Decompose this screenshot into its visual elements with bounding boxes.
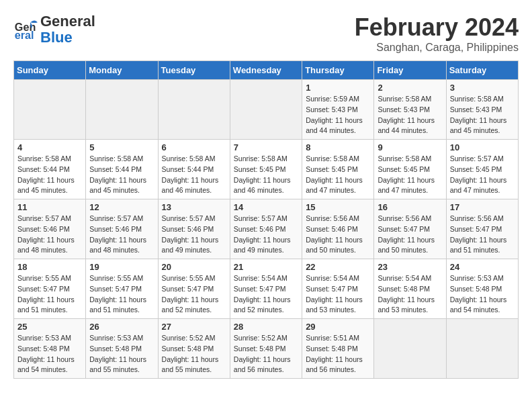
day-info: Sunrise: 5:58 AMSunset: 5:44 PMDaylight:… [162,154,226,196]
day-number: 26 [89,322,154,332]
calendar-cell: 17Sunrise: 5:56 AMSunset: 5:47 PMDayligh… [446,199,518,259]
calendar-cell: 22Sunrise: 5:54 AMSunset: 5:47 PMDayligh… [302,259,374,319]
sub-title: Sanghan, Caraga, Philippines [355,42,519,54]
header: Gen eral GeneralBlue February 2024 Sangh… [13,13,519,54]
day-info: Sunrise: 5:53 AMSunset: 5:48 PMDaylight:… [450,273,515,316]
day-number: 8 [306,142,370,152]
day-info: Sunrise: 5:58 AMSunset: 5:44 PMDaylight:… [89,154,154,196]
day-info: Sunrise: 5:54 AMSunset: 5:47 PMDaylight:… [234,273,298,316]
day-header-friday: Friday [374,61,446,80]
day-info: Sunrise: 5:57 AMSunset: 5:46 PMDaylight:… [89,214,154,256]
calendar-cell [230,80,302,140]
day-info: Sunrise: 5:52 AMSunset: 5:48 PMDaylight:… [162,333,226,375]
day-info: Sunrise: 5:58 AMSunset: 5:44 PMDaylight:… [17,154,82,196]
day-info: Sunrise: 5:58 AMSunset: 5:45 PMDaylight:… [306,154,370,196]
day-info: Sunrise: 5:59 AMSunset: 5:43 PMDaylight:… [306,94,370,136]
day-info: Sunrise: 5:54 AMSunset: 5:48 PMDaylight:… [378,273,442,316]
calendar-cell: 12Sunrise: 5:57 AMSunset: 5:46 PMDayligh… [86,199,158,259]
calendar-cell [446,319,518,379]
calendar-cell: 2Sunrise: 5:58 AMSunset: 5:43 PMDaylight… [374,80,446,140]
day-info: Sunrise: 5:52 AMSunset: 5:48 PMDaylight:… [234,333,298,375]
day-number: 20 [162,262,226,272]
week-row-4: 18Sunrise: 5:55 AMSunset: 5:47 PMDayligh… [14,259,519,319]
day-info: Sunrise: 5:57 AMSunset: 5:46 PMDaylight:… [17,214,82,256]
day-number: 28 [234,322,298,332]
calendar-cell: 9Sunrise: 5:58 AMSunset: 5:45 PMDaylight… [374,140,446,199]
calendar-cell: 28Sunrise: 5:52 AMSunset: 5:48 PMDayligh… [230,319,302,379]
calendar-cell: 1Sunrise: 5:59 AMSunset: 5:43 PMDaylight… [302,80,374,140]
day-header-sunday: Sunday [14,61,86,80]
calendar-table: SundayMondayTuesdayWednesdayThursdayFrid… [13,60,519,379]
day-number: 27 [162,322,226,332]
day-info: Sunrise: 5:55 AMSunset: 5:47 PMDaylight:… [89,273,154,316]
calendar-cell: 6Sunrise: 5:58 AMSunset: 5:44 PMDaylight… [158,140,230,199]
logo: Gen eral GeneralBlue [13,13,95,46]
day-info: Sunrise: 5:57 AMSunset: 5:45 PMDaylight:… [450,154,515,196]
logo-icon: Gen eral [13,17,38,42]
calendar-cell: 3Sunrise: 5:58 AMSunset: 5:43 PMDaylight… [446,80,518,140]
calendar-cell: 27Sunrise: 5:52 AMSunset: 5:48 PMDayligh… [158,319,230,379]
day-info: Sunrise: 5:55 AMSunset: 5:47 PMDaylight:… [162,273,226,316]
calendar-cell: 25Sunrise: 5:53 AMSunset: 5:48 PMDayligh… [14,319,86,379]
calendar-cell: 15Sunrise: 5:56 AMSunset: 5:46 PMDayligh… [302,199,374,259]
day-number: 9 [378,142,442,152]
day-header-wednesday: Wednesday [230,61,302,80]
day-number: 16 [378,202,442,212]
calendar-cell: 7Sunrise: 5:58 AMSunset: 5:45 PMDaylight… [230,140,302,199]
day-info: Sunrise: 5:56 AMSunset: 5:46 PMDaylight:… [306,214,370,256]
calendar-cell: 13Sunrise: 5:57 AMSunset: 5:46 PMDayligh… [158,199,230,259]
week-row-5: 25Sunrise: 5:53 AMSunset: 5:48 PMDayligh… [14,319,519,379]
day-number: 22 [306,262,370,272]
day-number: 4 [17,142,82,152]
day-number: 11 [17,202,82,212]
day-number: 21 [234,262,298,272]
calendar-cell: 24Sunrise: 5:53 AMSunset: 5:48 PMDayligh… [446,259,518,319]
day-header-thursday: Thursday [302,61,374,80]
day-info: Sunrise: 5:58 AMSunset: 5:43 PMDaylight:… [450,94,515,136]
day-number: 19 [89,262,154,272]
day-number: 12 [89,202,154,212]
calendar-cell [14,80,86,140]
day-header-saturday: Saturday [446,61,518,80]
svg-text:eral: eral [15,30,34,42]
day-header-tuesday: Tuesday [158,61,230,80]
logo-text: GeneralBlue [40,13,95,46]
day-number: 13 [162,202,226,212]
calendar-cell: 8Sunrise: 5:58 AMSunset: 5:45 PMDaylight… [302,140,374,199]
day-info: Sunrise: 5:58 AMSunset: 5:45 PMDaylight:… [234,154,298,196]
week-row-3: 11Sunrise: 5:57 AMSunset: 5:46 PMDayligh… [14,199,519,259]
day-info: Sunrise: 5:51 AMSunset: 5:48 PMDaylight:… [306,333,370,375]
day-number: 24 [450,262,515,272]
day-number: 7 [234,142,298,152]
day-number: 29 [306,322,370,332]
calendar-cell: 5Sunrise: 5:58 AMSunset: 5:44 PMDaylight… [86,140,158,199]
title-area: February 2024 Sanghan, Caraga, Philippin… [355,13,519,54]
calendar-cell: 4Sunrise: 5:58 AMSunset: 5:44 PMDaylight… [14,140,86,199]
calendar-cell: 26Sunrise: 5:53 AMSunset: 5:48 PMDayligh… [86,319,158,379]
day-number: 14 [234,202,298,212]
day-header-monday: Monday [86,61,158,80]
days-header-row: SundayMondayTuesdayWednesdayThursdayFrid… [14,61,519,80]
day-info: Sunrise: 5:54 AMSunset: 5:47 PMDaylight:… [306,273,370,316]
day-info: Sunrise: 5:57 AMSunset: 5:46 PMDaylight:… [234,214,298,256]
calendar-cell: 19Sunrise: 5:55 AMSunset: 5:47 PMDayligh… [86,259,158,319]
calendar-cell: 16Sunrise: 5:56 AMSunset: 5:47 PMDayligh… [374,199,446,259]
day-info: Sunrise: 5:58 AMSunset: 5:45 PMDaylight:… [378,154,442,196]
main-title: February 2024 [355,13,519,42]
calendar-cell: 14Sunrise: 5:57 AMSunset: 5:46 PMDayligh… [230,199,302,259]
day-number: 18 [17,262,82,272]
calendar-cell: 21Sunrise: 5:54 AMSunset: 5:47 PMDayligh… [230,259,302,319]
calendar-cell: 18Sunrise: 5:55 AMSunset: 5:47 PMDayligh… [14,259,86,319]
calendar-cell [158,80,230,140]
week-row-1: 1Sunrise: 5:59 AMSunset: 5:43 PMDaylight… [14,80,519,140]
calendar-cell [86,80,158,140]
day-number: 5 [89,142,154,152]
day-number: 2 [378,83,442,93]
day-number: 15 [306,202,370,212]
calendar-cell [374,319,446,379]
calendar-cell: 20Sunrise: 5:55 AMSunset: 5:47 PMDayligh… [158,259,230,319]
calendar-cell: 23Sunrise: 5:54 AMSunset: 5:48 PMDayligh… [374,259,446,319]
day-info: Sunrise: 5:56 AMSunset: 5:47 PMDaylight:… [450,214,515,256]
day-info: Sunrise: 5:58 AMSunset: 5:43 PMDaylight:… [378,94,442,136]
calendar-cell: 10Sunrise: 5:57 AMSunset: 5:45 PMDayligh… [446,140,518,199]
